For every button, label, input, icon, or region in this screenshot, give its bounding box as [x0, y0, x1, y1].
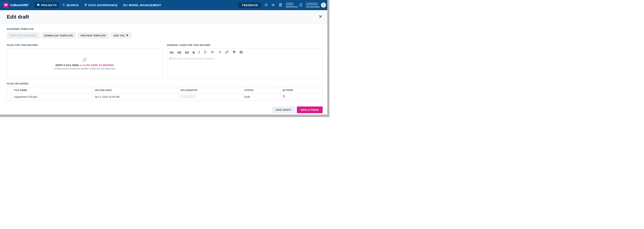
folder-icon [37, 4, 40, 7]
svg-rect-31 [240, 51, 242, 53]
svg-point-8 [266, 4, 266, 5]
stack-icon [84, 4, 87, 7]
svg-point-29 [235, 52, 235, 52]
nav-model-management[interactable]: f(x) MODEL MANAGEMENT [121, 2, 163, 8]
delete-button[interactable] [282, 96, 286, 99]
cell-uploaded-by [178, 93, 242, 100]
tag-icon [126, 34, 129, 37]
close-icon [318, 16, 323, 19]
list-icon [218, 50, 221, 54]
nav-label: SEARCH [66, 4, 79, 7]
link-icon [225, 50, 228, 54]
nav-search[interactable]: SEARCH [60, 2, 81, 8]
cell-upload-date: Oct 3, 2024 10:49 PM [93, 93, 178, 100]
template-name-button: TEMPLATE-NODE2201 [7, 32, 40, 39]
svg-rect-5 [85, 4, 86, 5]
nav-data-governance[interactable]: DATA GOVERNANCE [82, 2, 120, 8]
browse-link[interactable]: CLICK HERE TO BROWSE [83, 64, 114, 66]
user-role-selector[interactable]: LAB MANAGER [306, 2, 326, 8]
editor-placeholder: Write your note here and tag someone ... [170, 57, 217, 60]
editor-textarea[interactable]: Write your note here and tag someone ... [167, 56, 323, 78]
paperclip-icon [82, 57, 88, 63]
nav-label: MODEL MANAGEMENT [129, 4, 161, 7]
download-template-button[interactable]: DOWNLOAD TEMPLATE [41, 32, 76, 39]
h1-button[interactable]: H1 [170, 51, 174, 54]
files-section-label: FILES FOR THIS RECORD [7, 44, 163, 46]
files-uploaded-label: FILES UPLOADED [7, 82, 323, 85]
preview-template-button[interactable]: PREVIEW TEMPLATE [78, 32, 109, 39]
font-size-icon [211, 50, 214, 54]
nav-projects[interactable]: PROJECTS [35, 2, 59, 8]
window-chrome-bottom [0, 114, 330, 117]
nav-items: PROJECTS SEARCH DATA GOVERNANCE f(x) MOD… [35, 2, 163, 8]
drop-zone-subtext: 10 files are the maximum number of files… [54, 67, 116, 70]
feedback-button[interactable]: FEEDBACK [238, 2, 261, 8]
row-checkbox[interactable] [7, 93, 12, 100]
col-file-name[interactable]: FILE NAME [12, 87, 93, 93]
file-drop-zone[interactable]: DROP A FILE HERE or CLICK HERE TO BROWSE… [7, 48, 163, 78]
strikethrough-button[interactable] [204, 50, 207, 54]
svg-point-18 [323, 4, 324, 5]
gear-icon [264, 3, 268, 8]
files-table: FILE NAME UPLOAD DATE UPLOADED BY STATUS… [7, 87, 323, 100]
megaphone-icon [272, 3, 275, 8]
list-button[interactable] [218, 50, 221, 54]
paragraph-button[interactable] [232, 50, 236, 54]
cell-actions [280, 93, 323, 100]
assigned-template-label: ASSIGNED TEMPLATE [7, 28, 323, 30]
role-label: LAB MANAGER [306, 6, 320, 8]
building-icon [299, 3, 302, 7]
col-uploaded-by[interactable]: UPLOADED BY [178, 87, 242, 93]
col-checkbox [7, 87, 12, 93]
journal-section-label: JOURNAL CARD FOR THIS RECORD [167, 44, 323, 46]
template-buttons: TEMPLATE-NODE2201 DOWNLOAD TEMPLATE PREV… [7, 32, 323, 39]
svg-rect-4 [85, 4, 86, 4]
h3-button[interactable]: H3 [185, 51, 189, 54]
image-button[interactable] [240, 50, 243, 54]
svg-point-21 [127, 35, 127, 35]
workspace-selector[interactable]: WORKSPACE [286, 2, 302, 8]
content: ASSIGNED TEMPLATE TEMPLATE-NODE2201 DOWN… [0, 24, 330, 100]
h2-button[interactable]: H2 [177, 51, 181, 54]
announcements-button[interactable] [272, 3, 275, 8]
person-icon [322, 4, 325, 7]
brand[interactable]: CoBaseKRM™ [4, 2, 30, 8]
col-upload-date[interactable]: UPLOAD DATE [93, 87, 178, 93]
doc-icon [279, 3, 282, 8]
trash-icon [282, 96, 286, 99]
svg-line-3 [64, 5, 65, 6]
docs-button[interactable] [279, 3, 282, 8]
journal-editor: H1 H2 H3 B I Write your note here and ta… [167, 48, 323, 78]
table-row[interactable]: Experiment C03.jmp Oct 3, 2024 10:49 PM … [7, 93, 323, 100]
nav-label: DATA GOVERNANCE [88, 4, 118, 7]
font-size-button[interactable] [211, 50, 214, 54]
nav-label: PROJECTS [41, 4, 57, 7]
user-name-redacted [306, 2, 318, 6]
brand-logo-icon [4, 2, 8, 8]
drop-zone-text: DROP A FILE HERE or CLICK HERE TO BROWSE [56, 64, 114, 66]
fx-icon: f(x) [123, 4, 128, 6]
link-button[interactable] [225, 50, 228, 54]
close-button[interactable] [318, 14, 323, 20]
avatar[interactable] [321, 2, 326, 8]
bold-button[interactable]: B [192, 51, 195, 54]
svg-point-2 [62, 4, 64, 5]
settings-button[interactable] [264, 3, 268, 8]
col-status[interactable]: STATUS [242, 87, 280, 93]
svg-point-30 [235, 52, 235, 53]
svg-rect-6 [85, 5, 86, 6]
page-header: Edit draft [0, 10, 330, 24]
add-tag-button[interactable]: ADD TAG [111, 32, 132, 39]
svg-rect-1 [5, 5, 7, 6]
search-icon [62, 4, 65, 7]
add-tag-label: ADD TAG [114, 34, 125, 37]
paragraph-icon [232, 50, 236, 54]
feedback-label: FEEDBACK [242, 4, 258, 7]
save-draft-button[interactable]: SAVE DRAFT [272, 106, 295, 113]
strikethrough-icon [204, 50, 207, 54]
save-finish-button[interactable]: SAVE & FINISH [297, 106, 323, 113]
top-nav: CoBaseKRM™ PROJECTS SEARCH DATA GOVERNAN… [0, 0, 330, 10]
italic-button[interactable]: I [198, 51, 200, 54]
workspace-label: WORKSPACE [286, 6, 298, 8]
window-scrollbar[interactable] [327, 0, 330, 117]
